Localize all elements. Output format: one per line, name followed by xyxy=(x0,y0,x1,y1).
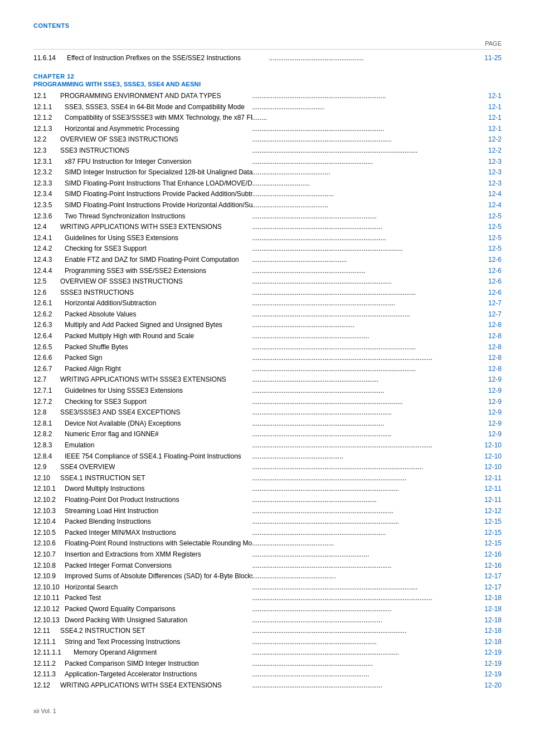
toc-page: 12-18 xyxy=(471,593,502,603)
section-title: SIMD Floating-Point Instructions That En… xyxy=(65,178,252,189)
toc-dots: ........................................… xyxy=(252,571,471,582)
section-number: 12.9 xyxy=(33,462,60,472)
section-number: 12.3.4 xyxy=(33,189,65,199)
toc-row: 12.10.2Floating-Point Dot Product Instru… xyxy=(33,495,502,505)
toc-page: 12-11 xyxy=(471,473,502,484)
toc-dots: ........................................… xyxy=(252,680,471,691)
toc-dots: ........................................… xyxy=(252,200,471,211)
toc-row: 12.11.1String and Text Processing Instru… xyxy=(33,637,502,647)
toc-list: 12.1PROGRAMMING ENVIRONMENT AND DATA TYP… xyxy=(33,91,502,691)
toc-row: 12.3.6Two Thread Synchronization Instruc… xyxy=(33,211,502,222)
section-number: 12.11 xyxy=(33,626,60,636)
toc-dots: ........................................… xyxy=(252,626,471,636)
toc-row: 12.4.1Guidelines for Using SSE3 Extensio… xyxy=(33,233,502,243)
toc-page: 12-3 xyxy=(471,157,502,167)
toc-dots: ........................................… xyxy=(252,134,471,145)
toc-page: 12-4 xyxy=(471,200,502,211)
section-title: Packed Qword Equality Comparisons xyxy=(65,604,176,614)
section-title: WRITING APPLICATIONS WITH SSSE3 EXTENSIO… xyxy=(60,374,226,385)
toc-row: 12.10.3Streaming Load Hint Instruction..… xyxy=(33,506,502,516)
toc-page: 12-5 xyxy=(471,211,502,222)
section-title: Enable FTZ and DAZ for SIMD Floating-Poi… xyxy=(65,255,239,265)
toc-page: 12-18 xyxy=(471,637,502,647)
toc-dots: ........................................… xyxy=(252,506,471,516)
toc-row: 12.2OVERVIEW OF SSE3 INSTRUCTIONS.......… xyxy=(33,134,502,145)
toc-row: 12.5OVERVIEW OF SSSE3 INSTRUCTIONS......… xyxy=(33,276,502,287)
toc-page: 12-19 xyxy=(471,647,502,658)
toc-dots: ........................................… xyxy=(252,276,471,287)
toc-page: 12-18 xyxy=(471,626,502,636)
toc-page: 12-20 xyxy=(471,680,502,691)
section-number: 12.3 xyxy=(33,145,60,156)
section-title: Memory Operand Alignment xyxy=(74,647,157,658)
section-number: 12.4.2 xyxy=(33,243,65,254)
toc-page: 12-5 xyxy=(471,222,502,232)
section-title: WRITING APPLICATIONS WITH SSE3 EXTENSION… xyxy=(60,222,222,232)
section-title: Device Not Available (DNA) Exceptions xyxy=(65,418,181,429)
section-number: 12.7.1 xyxy=(33,386,65,396)
section-number: 12.8.4 xyxy=(33,451,65,462)
section-title: Horizontal Search xyxy=(65,582,118,593)
toc-row: 12.8.3Emulation.........................… xyxy=(33,440,502,451)
toc-dots: ........................................… xyxy=(252,353,471,363)
toc-dots: ........................................… xyxy=(252,560,471,571)
section-number: 12.1.2 xyxy=(33,113,65,123)
toc-row: 12.11.2Packed Comparison SIMD Integer In… xyxy=(33,659,502,669)
section-number: 12.10.8 xyxy=(33,560,65,571)
section-number: 12.6.7 xyxy=(33,364,65,374)
section-number: 12.10.13 xyxy=(33,615,65,626)
toc-dots: ........................................… xyxy=(252,157,471,167)
toc-page: 12-9 xyxy=(471,407,502,418)
toc-page: 12-1 xyxy=(471,113,502,123)
toc-dots: ........................................… xyxy=(252,309,471,320)
section-number: 12.8.2 xyxy=(33,429,65,440)
toc-dots: ........................................… xyxy=(252,429,471,440)
section-title: SIMD Floating-Point Instructions Provide… xyxy=(65,200,252,211)
toc-row: 12.6SSSE3 INSTRUCTIONS..................… xyxy=(33,287,502,298)
toc-page: 12-1 xyxy=(471,102,502,113)
section-number: 12.7.2 xyxy=(33,397,65,407)
toc-page: 12-7 xyxy=(471,309,502,320)
toc-dots: ........................................… xyxy=(252,669,471,680)
toc-page: 12-7 xyxy=(471,298,502,309)
section-number: 12.4.4 xyxy=(33,266,65,276)
section-title: Two Thread Synchronization Instructions xyxy=(65,211,186,222)
toc-page: 12-8 xyxy=(471,353,502,363)
section-title: Horizontal Addition/Subtraction xyxy=(65,298,156,309)
toc-dots: ........................................… xyxy=(252,211,471,222)
toc-row: 12.7.1Guidelines for Using SSSE3 Extensi… xyxy=(33,386,502,396)
section-title: Streaming Load Hint Instruction xyxy=(65,506,158,516)
section-number: 12.10.12 xyxy=(33,604,65,614)
section-number: 12.6.5 xyxy=(33,342,65,353)
section-title: Packed Align Right xyxy=(65,364,121,374)
toc-page: 12-1 xyxy=(471,91,502,101)
section-number: 12.10.7 xyxy=(33,549,65,560)
toc-dots: ........................................… xyxy=(252,528,471,538)
toc-row: 12.6.2Packed Absolute Values............… xyxy=(33,309,502,320)
prior-entry: 11.6.14 Effect of Instruction Prefixes o… xyxy=(33,54,502,62)
section-title: Dword Multiply Instructions xyxy=(65,484,144,494)
toc-dots: ........................................… xyxy=(252,647,471,658)
toc-dots: ........................................… xyxy=(252,287,471,298)
toc-dots: ........................................… xyxy=(252,473,471,484)
toc-page: 12-15 xyxy=(471,538,502,549)
section-number: 12.11.1 xyxy=(33,637,65,647)
toc-page: 12-12 xyxy=(471,506,502,516)
section-number: 12.10.2 xyxy=(33,495,65,505)
prior-dots: ........................................… xyxy=(269,54,471,62)
toc-dots: ........................................… xyxy=(252,320,471,330)
section-number: 12.7 xyxy=(33,374,60,385)
section-title: OVERVIEW OF SSE3 INSTRUCTIONS xyxy=(60,134,178,145)
section-number: 12.5 xyxy=(33,276,60,287)
toc-dots: ........................................… xyxy=(252,298,471,309)
section-title: SSSE3 INSTRUCTIONS xyxy=(60,287,134,298)
toc-page: 12-5 xyxy=(471,243,502,254)
section-title: Floating-Point Dot Product Instructions xyxy=(65,495,179,505)
section-title: Emulation xyxy=(65,440,94,451)
toc-dots: ........................................… xyxy=(252,440,471,451)
toc-row: 12.1.2Compatibility of SSE3/SSSE3 with M… xyxy=(33,113,502,123)
toc-dots: ........................................… xyxy=(252,637,471,647)
toc-page: 12-2 xyxy=(471,134,502,145)
toc-dots: ........................................… xyxy=(252,593,471,603)
section-number: 12.6.6 xyxy=(33,353,65,363)
